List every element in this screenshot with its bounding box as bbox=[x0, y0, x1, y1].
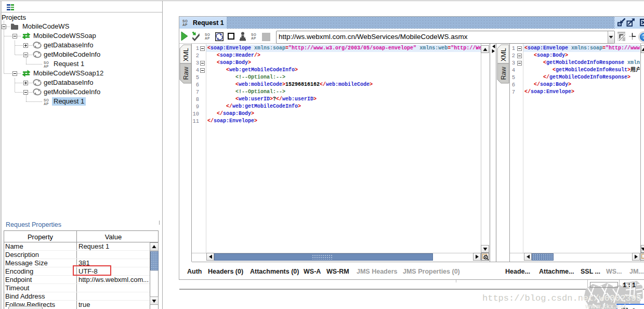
svg-text:?: ? bbox=[642, 33, 644, 41]
svg-text:Raw: Raw bbox=[500, 67, 507, 80]
svg-text:Raw: Raw bbox=[182, 67, 190, 80]
svg-text:XML: XML bbox=[500, 48, 507, 61]
svg-text:XML: XML bbox=[182, 48, 190, 61]
